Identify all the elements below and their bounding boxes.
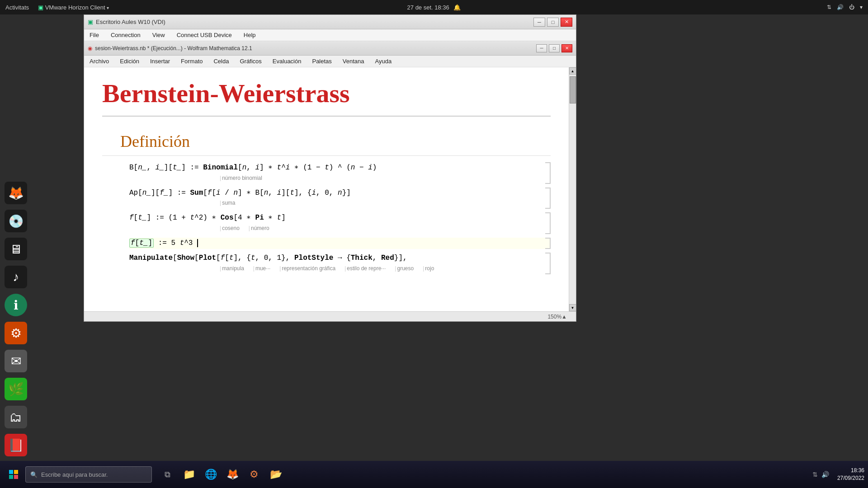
math-minimize-button[interactable]: ─ bbox=[536, 44, 547, 52]
dock-icon-info[interactable]: ℹ bbox=[5, 294, 27, 316]
math-menu-edicion[interactable]: Edición bbox=[118, 57, 141, 66]
cell-5-tooltips: manipula mue··· representación gráfica e… bbox=[129, 265, 551, 272]
notebook-cell-1[interactable]: B[n_, i_][t_] := Binomial[n, i] ∗ t^i ∗ … bbox=[102, 162, 551, 184]
math-menu-ayuda[interactable]: Ayuda bbox=[373, 57, 394, 66]
tooltip-muestra: mue··· bbox=[253, 265, 270, 272]
zoom-up-arrow[interactable]: ▲ bbox=[561, 314, 567, 320]
notebook-main-title: Bernstein-Weierstrass bbox=[102, 67, 551, 117]
tooltip-binomial: número binomial bbox=[220, 175, 262, 181]
minimize-button[interactable]: ─ bbox=[533, 18, 545, 27]
clock-date: 27/09/2022 bbox=[837, 474, 864, 482]
dock-icon-cau[interactable]: ⚙ bbox=[5, 322, 27, 344]
taskbar-taskview[interactable]: ⧉ bbox=[157, 465, 177, 484]
tooltip-numero: número bbox=[249, 225, 269, 231]
cell-3-tooltips: coseno número bbox=[129, 225, 551, 231]
cell-1-tooltips: número binomial bbox=[129, 175, 551, 181]
mathematica-window-controls[interactable]: ─ □ ✕ bbox=[536, 44, 572, 52]
taskbar-chrome[interactable]: 🌐 bbox=[201, 465, 221, 484]
vmware-window-controls[interactable]: ─ □ ✕ bbox=[533, 18, 572, 27]
taskbar-settings[interactable]: ⚙ bbox=[244, 465, 264, 484]
close-button[interactable]: ✕ bbox=[561, 18, 572, 27]
vmware-icon: ▣ bbox=[88, 19, 93, 25]
math-menu-archivo[interactable]: Archivo bbox=[88, 57, 111, 66]
tooltip-suma: suma bbox=[220, 200, 235, 206]
math-menu-celda[interactable]: Celda bbox=[212, 57, 231, 66]
math-menu-paletas[interactable]: Paletas bbox=[310, 57, 333, 66]
cell-2-tooltips: suma bbox=[129, 200, 551, 206]
mathematica-menubar: Archivo Edición Insertar Formato Celda G… bbox=[84, 56, 576, 67]
scroll-down-arrow[interactable]: ▼ bbox=[569, 304, 576, 311]
taskbar-files[interactable]: 📁 bbox=[179, 465, 199, 484]
vmware-menu-help[interactable]: Help bbox=[242, 31, 258, 39]
notebook-cell-2[interactable]: Ap[n_][f_] := Sum[f[i / n] ∗ B[n, i][t],… bbox=[102, 188, 551, 209]
dock-icon-disk[interactable]: 💿 bbox=[5, 210, 27, 232]
math-maximize-button[interactable]: □ bbox=[549, 44, 560, 52]
vmware-menu-usb[interactable]: Connect USB Device bbox=[175, 31, 234, 39]
svg-rect-2 bbox=[9, 475, 13, 479]
vmware-app-label[interactable]: ▣ VMware Horizon Client ▾ bbox=[38, 4, 109, 11]
dock-icon-screen[interactable]: 🖥 bbox=[5, 238, 27, 260]
mathematica-icon: ◉ bbox=[88, 45, 92, 52]
scroll-thumb[interactable] bbox=[570, 76, 576, 103]
notebook-cell-5[interactable]: Manipulate[Show[Plot[f[t], {t, 0, 1}, Pl… bbox=[102, 253, 551, 274]
zoom-level: 150% bbox=[547, 314, 561, 320]
scroll-up-arrow[interactable]: ▲ bbox=[569, 67, 576, 75]
vmware-menu-connection[interactable]: Connection bbox=[109, 31, 142, 39]
vmware-menubar: File Connection View Connect USB Device … bbox=[84, 29, 576, 41]
cell-1-code[interactable]: B[n_, i_][t_] := Binomial[n, i] ∗ t^i ∗ … bbox=[129, 162, 551, 174]
search-placeholder: Escribe aquí para buscar. bbox=[41, 471, 108, 478]
notebook-cell-4[interactable]: f[t_] := 5 t^3 bbox=[102, 238, 551, 249]
cell-4-code[interactable]: f[t_] := 5 t^3 bbox=[129, 238, 551, 249]
dock-icon-folder2[interactable]: 🗂 bbox=[5, 406, 27, 428]
vmware-menu-view[interactable]: View bbox=[151, 31, 167, 39]
clock-time: 18:36 bbox=[837, 467, 864, 474]
dock-icon-chat[interactable]: ✉ bbox=[5, 350, 27, 372]
mathematica-statusbar: 150% ▲ bbox=[84, 311, 576, 321]
start-button[interactable] bbox=[4, 465, 24, 484]
tooltip-repr-grafica: representación gráfica bbox=[279, 265, 335, 272]
dropdown-icon[interactable]: ▾ bbox=[860, 4, 863, 10]
cell-3-content: f[t_] := (1 + t^2) ∗ Cos[4 ∗ Pi ∗ t] cos… bbox=[129, 212, 551, 234]
cell-3-code[interactable]: f[t_] := (1 + t^2) ∗ Cos[4 ∗ Pi ∗ t] bbox=[129, 212, 551, 224]
cell-5-content: Manipulate[Show[Plot[f[t], {t, 0, 1}, Pl… bbox=[129, 253, 551, 274]
cell-1-bracket bbox=[545, 162, 551, 184]
search-bar[interactable]: 🔍 Escribe aquí para buscar. bbox=[25, 466, 152, 483]
notebook-section-title: Definición bbox=[102, 126, 551, 156]
mathematica-content: Bernstein-Weierstrass Definición B[n_, i… bbox=[84, 67, 576, 311]
system-topbar: Activitats ▣ VMware Horizon Client ▾ 27 … bbox=[0, 0, 868, 14]
math-menu-formato[interactable]: Formato bbox=[179, 57, 204, 66]
power-icon: ⏻ bbox=[849, 4, 854, 10]
tooltip-grueso: grueso bbox=[395, 265, 414, 272]
math-menu-ventana[interactable]: Ventana bbox=[341, 57, 366, 66]
scrollbar[interactable]: ▲ ▼ bbox=[569, 67, 576, 311]
tooltip-manipula: manipula bbox=[220, 265, 244, 272]
math-menu-graficos[interactable]: Gráficos bbox=[238, 57, 263, 66]
cell-2-content: Ap[n_][f_] := Sum[f[i / n] ∗ B[n, i][t],… bbox=[129, 188, 551, 209]
dock-icon-pdf[interactable]: 📕 bbox=[5, 434, 27, 456]
math-menu-evaluacion[interactable]: Evaluación bbox=[271, 57, 303, 66]
taskbar-firefox[interactable]: 🦊 bbox=[222, 465, 242, 484]
taskbar-apps: ⧉ 📁 🌐 🦊 ⚙ 📂 bbox=[157, 465, 286, 484]
system-datetime: 27 de set. 18:36 🔔 bbox=[407, 4, 461, 11]
search-icon: 🔍 bbox=[30, 471, 38, 478]
dock-icon-firefox[interactable]: 🦊 bbox=[5, 182, 27, 204]
mathematica-titlebar: ◉ sesion-Weiertrass.nb * (Ejecución...) … bbox=[84, 41, 576, 56]
math-close-button[interactable]: ✕ bbox=[561, 44, 572, 52]
activities-label[interactable]: Activitats bbox=[5, 4, 29, 11]
dock-icon-music[interactable]: ♪ bbox=[5, 266, 27, 288]
cell-2-bracket bbox=[545, 188, 551, 209]
cell-5-code[interactable]: Manipulate[Show[Plot[f[t], {t, 0, 1}, Pl… bbox=[129, 253, 551, 264]
vmware-titlebar: ▣ Escritorio Aules W10 (VDI) ─ □ ✕ bbox=[84, 15, 576, 29]
tooltip-rojo: rojo bbox=[423, 265, 434, 272]
dock-icon-cloud[interactable]: 🌿 bbox=[5, 378, 27, 400]
notebook-cell-3[interactable]: f[t_] := (1 + t^2) ∗ Cos[4 ∗ Pi ∗ t] cos… bbox=[102, 212, 551, 234]
cell-2-code[interactable]: Ap[n_][f_] := Sum[f[i / n] ∗ B[n, i][t],… bbox=[129, 188, 551, 199]
maximize-button[interactable]: □ bbox=[547, 18, 559, 27]
tray-volume-icon: 🔊 bbox=[821, 471, 829, 478]
cell-5-bracket bbox=[545, 253, 551, 274]
system-bar-right: ⇅ 🔊 ⏻ ▾ bbox=[827, 4, 863, 10]
math-menu-insertar[interactable]: Insertar bbox=[148, 57, 172, 66]
vmware-menu-file[interactable]: File bbox=[88, 31, 101, 39]
taskbar-folder[interactable]: 📂 bbox=[266, 465, 286, 484]
svg-rect-0 bbox=[9, 470, 13, 474]
